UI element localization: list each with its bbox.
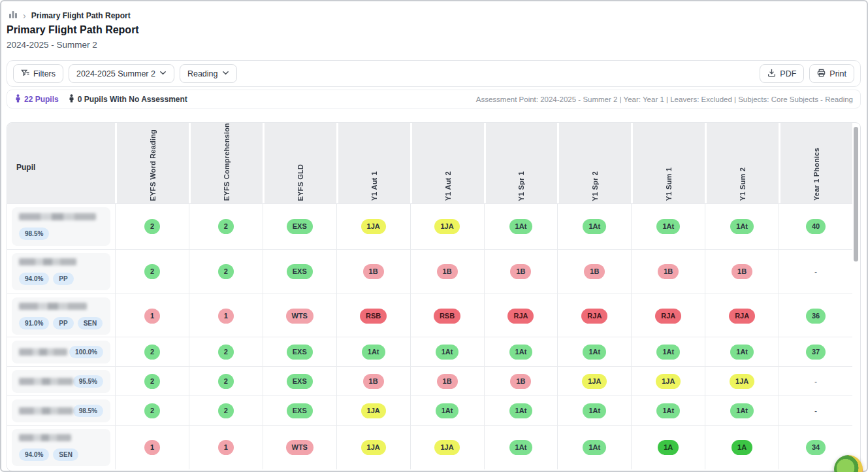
grade-pill[interactable]: 1At <box>362 345 385 360</box>
grade-pill[interactable]: 1B <box>363 264 384 279</box>
grade-pill[interactable]: 1 <box>144 440 160 455</box>
grade-pill[interactable]: 1JA <box>582 374 607 389</box>
grade-pill[interactable]: 1JA <box>434 219 459 234</box>
assessment-cell-y1-spr-2: 1At <box>557 425 631 469</box>
grade-pill[interactable]: WTS <box>286 309 313 324</box>
grade-pill[interactable]: 1JA <box>730 374 754 389</box>
grade-pill[interactable]: EXS <box>287 219 313 234</box>
grade-pill[interactable]: EXS <box>287 264 313 279</box>
grade-pill[interactable]: 1At <box>509 440 533 455</box>
grade-pill[interactable]: WTS <box>286 440 313 455</box>
pupil-cell[interactable]: 98.5% <box>7 203 115 249</box>
grade-pill[interactable]: 1JA <box>361 440 386 455</box>
table-scrollbar[interactable] <box>853 124 859 469</box>
grade-pill[interactable]: 1B <box>437 264 458 279</box>
grade-pill[interactable]: RJA <box>581 309 607 324</box>
grade-pill[interactable]: 1B <box>363 374 384 389</box>
grade-pill[interactable]: 1At <box>583 403 606 418</box>
pupil-cell[interactable]: 91.0%PPSEN <box>7 294 115 338</box>
assessment-cell-year-1-phonics: - <box>779 396 852 426</box>
grade-pill[interactable]: 2 <box>218 219 234 234</box>
breadcrumb-separator: › <box>23 11 26 20</box>
assessment-cell-y1-spr-1: RJA <box>484 294 558 338</box>
grade-pill[interactable]: 34 <box>806 440 826 455</box>
pupil-card: 98.5% <box>12 399 110 422</box>
grade-pill[interactable]: 40 <box>806 219 826 234</box>
grade-pill[interactable]: 1At <box>509 219 533 234</box>
grade-pill[interactable]: 1A <box>731 440 752 455</box>
grade-pill[interactable]: RJA <box>507 309 534 324</box>
grade-pill[interactable]: 2 <box>218 403 234 418</box>
breadcrumb-current-page[interactable]: Primary Flight Path Report <box>31 11 131 20</box>
grade-pill[interactable]: 1 <box>218 309 234 324</box>
grade-pill[interactable]: 1At <box>583 219 606 234</box>
grade-pill[interactable]: 1JA <box>656 374 681 389</box>
assessment-cell-eyfs-comprehension: 2 <box>189 337 263 367</box>
grade-pill[interactable]: 36 <box>806 309 826 324</box>
grade-pill[interactable]: EXS <box>287 374 313 389</box>
assessment-cell-y1-sum-1: 1At <box>631 396 705 426</box>
grade-pill[interactable]: 1At <box>436 345 459 360</box>
grade-pill[interactable]: RJA <box>655 309 681 324</box>
pupil-badge: PP <box>53 273 73 285</box>
grade-pill[interactable]: 1At <box>583 440 606 455</box>
pupil-cell[interactable]: 94.0%SEN <box>7 425 115 469</box>
grade-pill[interactable]: 2 <box>218 374 234 389</box>
assessment-cell-y1-sum-1: 1A <box>631 425 705 469</box>
grade-pill[interactable]: 1At <box>656 345 680 360</box>
grade-pill[interactable]: 1At <box>730 403 754 418</box>
grade-pill[interactable]: 2 <box>144 403 160 418</box>
table-scrollbar-thumb[interactable] <box>854 127 858 261</box>
pupil-badge: SEN <box>53 448 78 461</box>
grade-pill[interactable]: 1 <box>144 309 160 324</box>
filters-button[interactable]: Filters <box>13 64 63 83</box>
grade-pill[interactable]: 2 <box>218 345 234 360</box>
assessment-cell-eyfs-word-reading: 2 <box>115 396 189 426</box>
subject-select[interactable]: Reading <box>180 64 237 83</box>
grade-pill[interactable]: 1At <box>656 219 680 234</box>
grade-pill[interactable]: 1JA <box>361 403 386 418</box>
grade-pill[interactable]: 1B <box>584 264 605 279</box>
grade-pill[interactable]: RSB <box>434 309 460 324</box>
pupil-badges: 98.5% <box>19 228 103 240</box>
grade-pill[interactable]: 1B <box>510 374 531 389</box>
grade-pill[interactable]: 1B <box>658 264 679 279</box>
grade-pill[interactable]: 1At <box>730 219 754 234</box>
pupil-cell[interactable]: 94.0%PP <box>7 249 115 294</box>
grade-pill[interactable]: 2 <box>144 219 160 234</box>
pupil-card: 94.0%SEN <box>12 429 110 466</box>
print-button[interactable]: Print <box>809 64 854 83</box>
grade-pill[interactable]: 1At <box>509 345 533 360</box>
grade-pill[interactable]: 1At <box>583 345 606 360</box>
grade-pill[interactable]: 1At <box>436 403 459 418</box>
column-header-eyfs-gld: EYFS GLD <box>263 123 336 211</box>
grade-pill[interactable]: RSB <box>360 309 387 324</box>
grade-pill[interactable]: 1At <box>656 403 680 418</box>
bar-chart-icon[interactable] <box>8 10 18 21</box>
grade-pill[interactable]: 1JA <box>361 219 386 234</box>
grade-pill[interactable]: RJA <box>729 309 755 324</box>
column-header-eyfs-word-reading: EYFS Word Reading <box>115 123 189 211</box>
assessment-point-select[interactable]: 2024-2025 Summer 2 <box>69 64 174 83</box>
grade-pill[interactable]: EXS <box>287 345 313 360</box>
pupil-cell[interactable]: 100.0% <box>7 337 115 367</box>
pupil-cell[interactable]: 95.5% <box>7 366 115 396</box>
grade-pill[interactable]: EXS <box>287 403 313 418</box>
grade-pill[interactable]: 37 <box>806 345 826 360</box>
grade-pill[interactable]: 1At <box>730 345 754 360</box>
grade-pill[interactable]: 2 <box>218 264 234 279</box>
grade-pill[interactable]: 1B <box>437 374 458 389</box>
grade-pill[interactable]: 2 <box>144 374 160 389</box>
grade-pill[interactable]: 1 <box>218 440 234 455</box>
pupil-badges: 94.0%SEN <box>19 448 103 461</box>
pupil-badges: 94.0%PP <box>19 273 103 285</box>
pupil-cell[interactable]: 98.5% <box>7 396 115 426</box>
grade-pill[interactable]: 1A <box>658 440 679 455</box>
grade-pill[interactable]: 1B <box>510 264 531 279</box>
grade-pill[interactable]: 2 <box>144 264 160 279</box>
grade-pill[interactable]: 2 <box>144 345 160 360</box>
grade-pill[interactable]: 1JA <box>434 440 459 455</box>
grade-pill[interactable]: 1B <box>731 264 752 279</box>
grade-pill[interactable]: 1At <box>509 403 533 418</box>
pdf-button[interactable]: PDF <box>760 64 804 83</box>
